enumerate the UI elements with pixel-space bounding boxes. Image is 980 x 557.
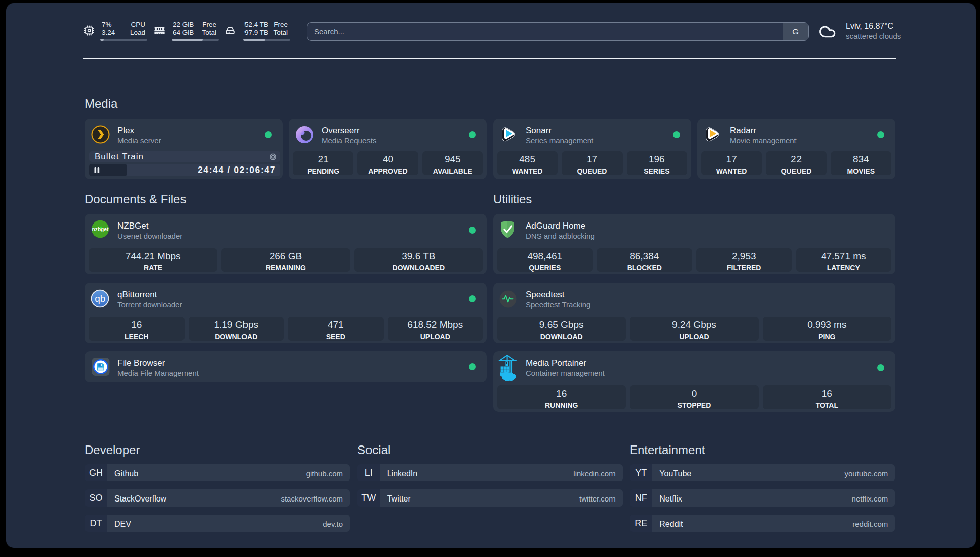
svg-text:nzbget: nzbget xyxy=(92,227,109,232)
svg-text:qb: qb xyxy=(95,293,105,304)
